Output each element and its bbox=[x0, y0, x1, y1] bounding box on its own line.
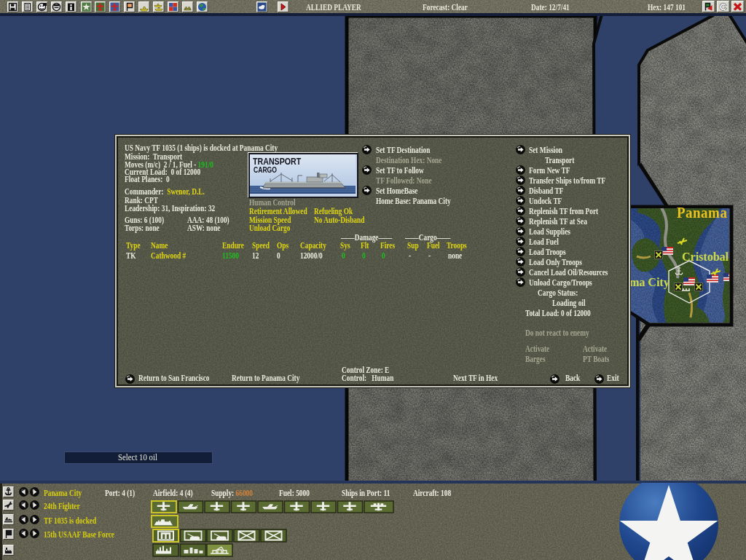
svg-text:C: C bbox=[720, 1, 727, 12]
